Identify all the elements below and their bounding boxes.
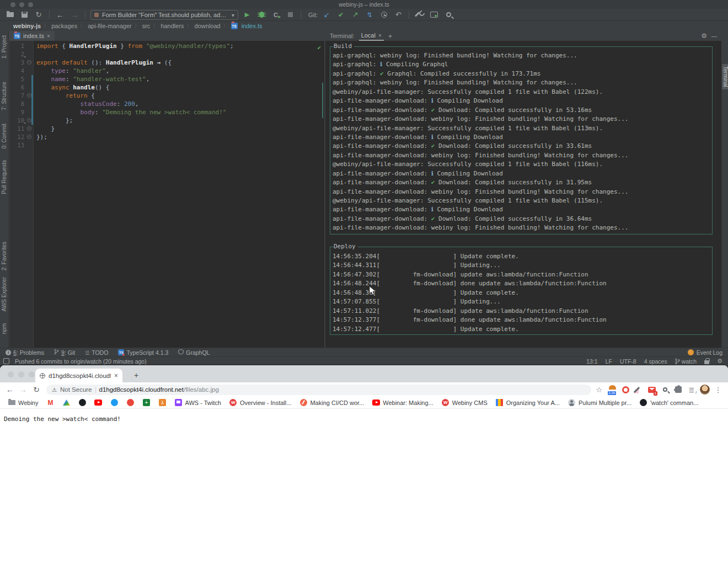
back-icon[interactable] [55,10,66,20]
extension-eyedropper-icon[interactable] [633,383,644,396]
git-push-icon[interactable] [350,10,361,20]
bookmark-item[interactable]: + [142,399,150,407]
close-icon[interactable]: × [378,33,382,39]
new-terminal-icon[interactable] [388,32,393,40]
preview-icon[interactable] [429,10,440,20]
zoom-window-button[interactable] [29,371,35,377]
bookmark-item[interactable] [78,399,86,407]
open-folder-icon[interactable] [4,10,15,20]
coverage-run-button[interactable] [270,10,281,20]
browser-menu-icon[interactable] [713,383,724,396]
bottom-bar-item-git[interactable]: 9: Git [54,349,75,356]
breadcrumb-item[interactable]: api-file-manager [88,23,131,29]
sidebar-item-1-project[interactable]: 1: Project [1,35,7,58]
bookmark-item[interactable]: Making CI/CD wor... [299,399,364,407]
bookmark-item[interactable]: Webinar: Making... [372,399,433,407]
breadcrumb-item[interactable]: packages [51,23,77,29]
sync-icon[interactable] [33,10,44,20]
bookmark-item[interactable]: WOverview - Install... [229,399,292,407]
run-button[interactable] [242,10,253,20]
breadcrumb-item[interactable]: src [142,23,151,29]
minimize-window-button[interactable] [18,371,24,377]
sidebar-item-npm[interactable]: npm [1,323,7,334]
bookmark-item[interactable]: Organizing Your A... [496,399,560,407]
bookmark-item[interactable] [62,399,70,407]
search-icon[interactable] [443,10,454,20]
rollback-icon[interactable] [393,10,404,20]
code-pane[interactable]: import { HandlerPlugin } from "@webiny/h… [34,41,324,348]
bottom-bar-item-todo[interactable]: TODO [85,349,108,356]
tool-window-terminal-button[interactable]: Terminal [722,64,728,89]
save-icon[interactable] [19,10,30,20]
indent-indicator[interactable]: 4 spaces [644,358,667,365]
extension-aws-cost-icon[interactable]: 2.26 [607,383,618,396]
extension-reader-icon[interactable] [660,383,671,396]
bookmark-star-icon[interactable] [593,383,604,396]
terminal-log-line: api-file-manager-download: webiny log: F… [330,223,712,232]
lock-icon[interactable] [704,360,709,364]
code-editor[interactable]: ▸ ▸ 123−4567−8910−11−12−13 import { Hand… [9,41,324,348]
extension-gmail-icon[interactable]: 5 [646,383,657,396]
bookmark-item[interactable]: Webiny [8,399,38,407]
git-update-icon[interactable] [321,10,332,20]
tool-window-switcher-icon[interactable] [3,358,9,364]
settings-gear-icon[interactable] [717,358,722,365]
wrench-icon[interactable] [414,10,425,20]
encoding-indicator[interactable]: UTF-8 [620,358,636,365]
fold-icon[interactable]: − [27,60,31,65]
breadcrumb-item[interactable]: download [195,23,221,29]
profile-avatar[interactable] [699,383,710,396]
browser-reload-icon[interactable]: ↻ [31,384,42,395]
gear-icon[interactable] [701,32,707,40]
sidebar-item-7-structure[interactable]: 7: Structure [1,82,7,110]
extension-opera-icon[interactable] [620,383,631,396]
event-log-button[interactable]: Event Log [688,349,722,356]
terminal-tab-local[interactable]: Local × [359,31,384,41]
minimize-panel-icon[interactable] [711,33,717,39]
close-tab-icon[interactable] [114,372,118,380]
bookmark-item[interactable]: 'watch' comman... [640,399,698,407]
sidebar-item-0-commit[interactable]: 0: Commit [1,124,7,149]
extension-puzzle-icon[interactable] [673,383,684,396]
address-bar[interactable]: Not Secure d1hgd8csopkt4i.cloudfront.net… [46,385,591,395]
extension-media-list-icon[interactable] [686,383,697,396]
browser-tab[interactable]: d1hgd8csopkt4i.cloudfront.ne [35,369,122,382]
history-icon[interactable] [378,10,389,20]
fold-icon[interactable]: − [27,135,31,139]
sidebar-item-2-favorites[interactable]: 2: Favorites [1,242,7,270]
breadcrumb-file[interactable]: index.ts [242,23,263,29]
bottom-bar-item-problems[interactable]: i6: Problems [6,349,44,356]
line-ending-indicator[interactable]: LF [606,358,612,365]
fold-icon[interactable]: − [27,93,31,98]
git-commit-icon[interactable] [335,10,346,20]
git-branch-widget[interactable]: watch [675,358,697,365]
youtube-icon [94,399,102,407]
debug-button[interactable] [256,10,267,20]
bookmark-item[interactable] [110,399,118,407]
tab-index-ts[interactable]: TS index.ts × [9,31,55,41]
git-fetch-icon[interactable] [364,10,375,20]
new-tab-button[interactable]: + [131,370,141,380]
run-config-select[interactable]: Form Builder "Form" Test.should publish,… [90,10,238,20]
bottom-bar-item-graphql[interactable]: GraphQL [178,349,210,356]
breadcrumb-item[interactable]: handlers [160,23,184,29]
bookmark-item[interactable] [94,399,102,407]
close-icon[interactable]: × [47,33,50,39]
caret-position[interactable]: 13:1 [586,358,597,365]
bookmark-item[interactable]: M [46,399,54,407]
fold-icon[interactable]: − [27,118,31,122]
bookmark-item[interactable]: AWS - Twitch [174,399,221,407]
bookmark-item[interactable]: λ [158,399,166,407]
sidebar-item-pull-requests[interactable]: Pull Requests [1,160,7,194]
green-plus-icon: + [142,399,150,407]
bookmark-item[interactable]: Pulumi Multiple pr... [568,399,631,407]
bookmark-item[interactable]: WWebiny CMS [442,399,488,407]
close-window-button[interactable] [8,371,14,377]
bookmark-item[interactable] [126,399,134,407]
bottom-bar-item-ts[interactable]: TSTypeScript 4.1.3 [118,349,168,356]
breadcrumb-item[interactable]: webiny-js [13,23,41,29]
browser-back-icon[interactable]: ← [4,384,15,395]
terminal-body[interactable]: Build api-graphql: webiny log: Finished … [325,41,721,348]
sidebar-item-aws-explorer[interactable]: AWS Explorer [1,277,7,311]
fold-icon[interactable]: − [27,126,31,131]
